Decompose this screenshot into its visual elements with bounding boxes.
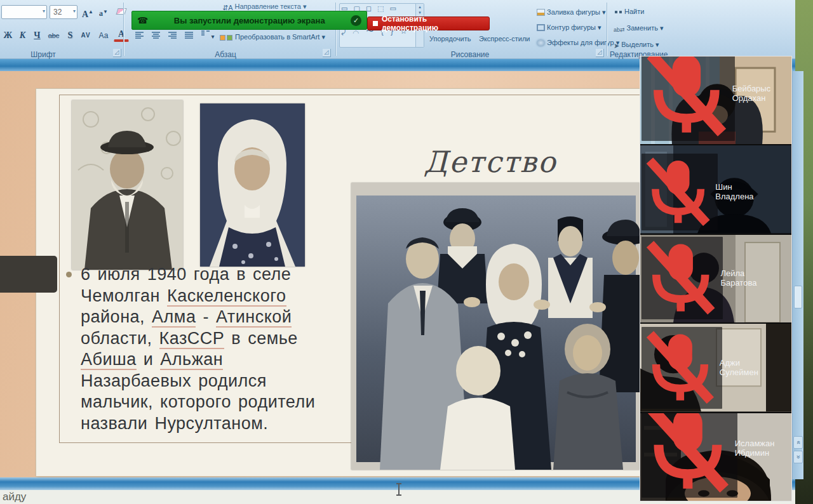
vertical-scrollbar[interactable]: « « [792,71,803,479]
shape-fill-icon [537,9,545,16]
bullet-icon [66,272,72,277]
participant-name: Исламжан Ибдимин [735,439,775,458]
italic-button[interactable]: К [16,28,29,43]
strikethrough-button[interactable]: abc [45,28,62,43]
shape-fill-button[interactable]: Заливка фигуры ▾ [537,8,606,17]
participant-name: Шин Владлена [715,182,753,201]
previous-slide-button[interactable]: « [793,436,803,449]
arrange-button[interactable]: Упорядочить [429,35,471,43]
align-right-button[interactable] [165,29,180,44]
double-chevron-down-icon: « [793,455,804,459]
underline-button[interactable]: Ч [30,28,44,43]
change-case-button[interactable]: Аа [95,28,112,43]
body-line: области, КазССР в семье [62,328,360,350]
drawing-dialog-launcher[interactable]: ◿ [596,49,604,57]
participant-tile[interactable]: Аджи Сулеймен [640,324,791,413]
mic-muted-icon [644,56,729,139]
participant-tile[interactable]: Бейбарыс Ордахан [640,56,791,145]
mic-muted-icon [644,328,716,406]
font-color-button[interactable]: А [114,28,129,42]
arrange-label: Упорядочить [429,35,471,43]
stop-sharing-button[interactable]: Остановить демонстрацию [367,17,490,30]
font-name-combobox[interactable] [1,5,47,19]
scrollbar-thumb[interactable] [794,286,802,308]
quick-styles-button[interactable]: Экспресс-стили [479,35,530,43]
participant-name-badge: Лейла Баратова [642,237,723,319]
smartart-label: Преобразовать в SmartArt [235,33,319,41]
participant-tile[interactable]: Исламжан Ибдимин [640,413,791,501]
stop-sharing-label: Остановить демонстрацию [382,15,484,32]
portrait-photo-father [72,100,183,270]
paragraph-dialog-launcher[interactable]: ◿ [323,49,331,57]
justify-icon [184,31,194,40]
replace-button[interactable]: ab⇄Заменить ▾ [614,24,664,33]
mic-muted-icon [644,238,717,317]
select-cursor-icon: ➤ [614,42,619,50]
shape-fill-label: Заливка фигуры [547,8,600,16]
body-line: Абиша и Альжан [62,349,360,371]
bold-button[interactable]: Ж [1,28,15,43]
family-group-photo [351,183,640,470]
participant-name: Бейбарыс Ордахан [732,84,770,103]
select-label: Выделить [621,41,654,48]
character-spacing-button[interactable]: AV [78,28,93,43]
shape-outline-icon [537,24,545,31]
shrink-font-button[interactable]: а▼ [97,4,111,20]
align-left-button[interactable] [132,29,147,44]
slide-title[interactable]: Детство [366,145,614,179]
meeting-participants-panel: Бейбарыс Ордахан Шин Владлена [640,56,792,501]
find-button[interactable]: Найти [614,8,644,15]
participant-name-badge: Исламжан Ибдимин [642,413,737,498]
align-right-icon [168,31,178,40]
participant-name: Аджи Сулеймен [720,358,758,377]
find-label: Найти [624,8,644,15]
paragraph-group-label: Абзац [200,50,251,59]
shape-effects-icon [537,39,545,46]
select-button[interactable]: ➤Выделить ▾ [614,41,659,50]
shape-outline-label: Контур фигуры [547,23,596,31]
group-separator [123,3,124,56]
participant-name-badge: Шин Владлена [642,154,718,230]
double-chevron-up-icon: « [793,441,804,444]
participant-tile[interactable]: Лейла Баратова [640,235,791,324]
align-center-icon [151,31,161,40]
text-shadow-button[interactable]: S [64,28,77,43]
slide[interactable]: Детство [36,89,640,476]
align-center-button[interactable] [149,29,164,44]
columns-button[interactable]: ▾ [198,29,217,44]
participant-name-badge: Аджи Сулеймен [642,327,722,408]
participant-name: Лейла Баратова [720,269,756,288]
font-size-combobox[interactable]: 32 [50,5,77,19]
notes-partial-text: айду [3,491,26,503]
body-line: 6 июля 1940 года в селе [62,264,360,286]
replace-icon: ab⇄ [614,27,625,33]
ribbon: 32 А▲ а▼ Ж К Ч abc S AV Аа А Шрифт ◿ ⇵AН… [0,0,813,59]
next-slide-button[interactable]: « [793,451,803,463]
mic-muted-icon [644,155,712,229]
shape-effects-label: Эффекты для фигур [547,39,614,46]
text-direction-label: Направление текста [235,3,301,10]
portrait-photo-mother [200,103,305,267]
eraser-icon [116,8,126,15]
stop-square-icon [373,21,378,26]
powerpoint-window: 32 А▲ а▼ Ж К Ч abc S AV Аа А Шрифт ◿ ⇵AН… [0,0,813,504]
clear-formatting-button[interactable] [113,4,130,19]
share-banner-text: Вы запустили демонстрацию экрана [174,16,325,25]
grow-font-button[interactable]: А▲ [80,4,95,20]
mic-muted-icon [644,413,732,496]
justify-button[interactable] [182,29,197,44]
smartart-icon [219,34,233,42]
font-dialog-launcher[interactable]: ◿ [113,49,121,57]
align-left-icon [135,31,145,40]
body-line: Чемолган Каскеленского [62,286,360,307]
dark-shape [0,256,57,293]
convert-to-smartart-button[interactable]: Преобразовать в SmartArt ▾ [219,33,325,42]
body-line: мальчик, которого родители [62,392,360,413]
shape-outline-button[interactable]: Контур фигуры ▾ [537,23,601,32]
participant-tile[interactable]: Шин Владлена [640,145,791,234]
slide-body-text[interactable]: 6 июля 1940 года в селе Чемолган Каскеле… [62,264,360,434]
body-line: назвали Нурсултаном. [62,413,360,435]
font-group-label: Шрифт [18,50,69,59]
replace-label: Заменить [627,24,658,32]
body-line: района, Алма - Атинской [62,307,360,328]
